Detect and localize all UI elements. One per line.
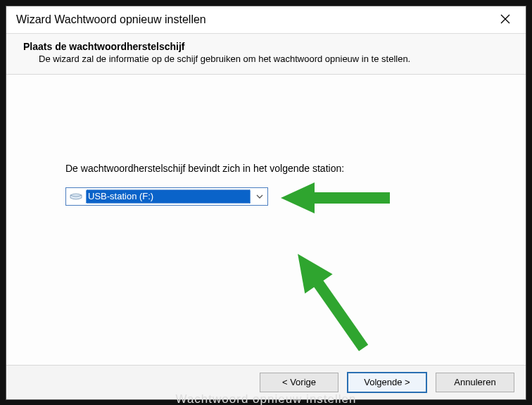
svg-marker-3 [284, 244, 332, 293]
wizard-footer: < Vorige Volgende > Annuleren [6, 365, 526, 399]
wizard-subheading: De wizard zal de informatie op de schijf… [39, 54, 509, 64]
wizard-window: Wizard Wachtwoord opnieuw instellen Plaa… [6, 6, 526, 400]
svg-rect-2 [311, 276, 368, 351]
drive-icon [69, 189, 83, 204]
drive-instruction: De wachtwoordherstelschijf bevindt zich … [65, 163, 344, 174]
wizard-header: Plaats de wachtwoordherstelschijf De wiz… [6, 34, 526, 75]
svg-rect-0 [309, 192, 390, 204]
wizard-heading: Plaats de wachtwoordherstelschijf [23, 41, 509, 52]
drive-dropdown[interactable]: USB-station (F:) [65, 187, 268, 206]
next-button[interactable]: Volgende > [347, 372, 427, 393]
chevron-down-icon [252, 188, 267, 205]
drive-selected-value: USB-station (F:) [86, 189, 251, 204]
close-button[interactable] [492, 9, 519, 30]
cancel-button[interactable]: Annuleren [436, 373, 514, 392]
window-title: Wizard Wachtwoord opnieuw instellen [16, 13, 492, 26]
wizard-content: De wachtwoordherstelschijf bevindt zich … [6, 75, 526, 365]
back-button[interactable]: < Vorige [260, 373, 338, 392]
titlebar: Wizard Wachtwoord opnieuw instellen [6, 6, 526, 34]
close-icon [500, 13, 510, 26]
annotation-arrow-dropdown [281, 180, 393, 216]
annotation-arrow-next [267, 237, 393, 363]
svg-marker-1 [281, 182, 315, 213]
